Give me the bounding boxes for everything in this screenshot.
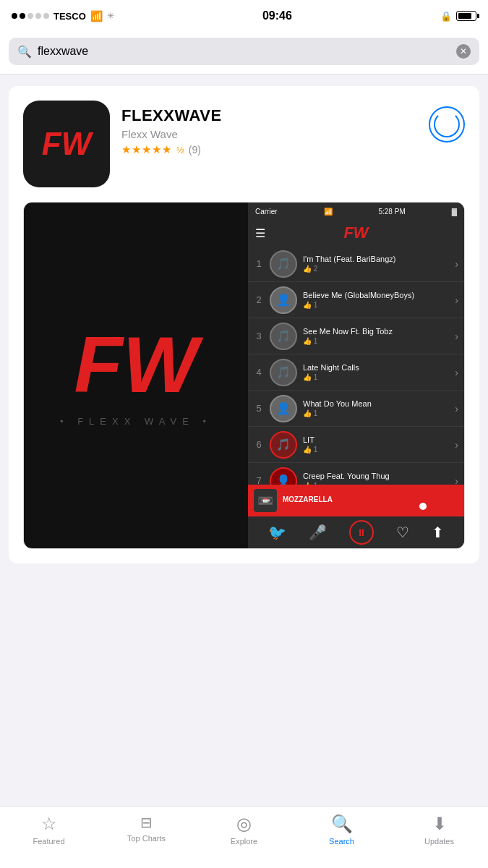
song-item-7[interactable]: 7 👤 Creep Feat. Young Thug 👍 1 › [248, 463, 464, 485]
carrier-label: TESCO [53, 11, 86, 22]
main-content: FW FLEXXWAVE Flexx Wave ★★★★★ ½ (9) FW •… [9, 86, 479, 563]
nav-item-explore[interactable]: ◎ Explore [195, 814, 293, 846]
song-thumb: 👤 [270, 395, 297, 422]
search-input[interactable]: flexxwave [38, 45, 450, 58]
fw-logo-big: FW [74, 325, 197, 404]
nav-label-featured: Featured [33, 837, 64, 846]
nav-item-top-charts[interactable]: ⊟ Top Charts [98, 814, 195, 843]
app-rating: ★★★★★ ½ (9) [121, 143, 417, 156]
wifi-icon: 📶 [90, 10, 103, 22]
nav-item-updates[interactable]: ⬇ Updates [390, 814, 488, 846]
now-playing-info: MOZZARELLA [283, 495, 458, 506]
search-nav-icon: 🔍 [331, 814, 353, 834]
app-screen-time: 5:28 PM [378, 208, 405, 216]
app-icon: FW [23, 101, 110, 187]
rating-count: (9) [189, 144, 201, 156]
song-thumb: 🎵 [270, 359, 297, 386]
favorite-button[interactable]: ♡ [396, 524, 409, 541]
app-screen-wifi: 📶 [324, 208, 333, 216]
now-playing-bar[interactable]: 📼 MOZZARELLA [248, 485, 464, 516]
twitter-share-button[interactable]: 🐦 [268, 524, 286, 541]
explore-icon: ◎ [236, 814, 252, 834]
song-details: What Do You Mean 👍 1 [303, 399, 449, 417]
song-details: I'm That (Feat. BariBangz) 👍 2 [303, 255, 449, 273]
song-thumb: 👤 [270, 467, 297, 485]
search-clear-button[interactable]: ✕ [456, 44, 471, 59]
status-bar: TESCO 📶 ✳ 09:46 🔒 [0, 0, 488, 32]
featured-icon: ☆ [41, 814, 57, 834]
screenshot-container: FW • FLEXX WAVE • Carrier 📶 5:28 PM ▓ ☰ … [23, 202, 465, 549]
song-title: I'm That (Feat. BariBangz) [303, 255, 449, 263]
signal-dot-1 [12, 13, 17, 19]
signal-extra-icon: ✳ [107, 11, 114, 21]
nav-label-top-charts: Top Charts [127, 834, 166, 843]
song-details: Creep Feat. Young Thug 👍 1 [303, 472, 449, 485]
song-item-2[interactable]: 2 👤 Believe Me (GlobalMoneyBoys) 👍 1 › [248, 282, 464, 318]
nav-item-search[interactable]: 🔍 Search [293, 814, 390, 846]
nav-item-featured[interactable]: ☆ Featured [0, 814, 98, 846]
song-details: Believe Me (GlobalMoneyBoys) 👍 1 [303, 291, 449, 309]
status-left: TESCO 📶 ✳ [12, 10, 114, 22]
updates-icon: ⬇ [432, 814, 447, 834]
song-arrow-icon: › [455, 258, 458, 270]
fw-logo-subtitle: • FLEXX WAVE • [60, 416, 212, 427]
screenshot-left: FW • FLEXX WAVE • [24, 203, 248, 548]
song-item-6[interactable]: 6 🎵 LIT 👍 1 › [248, 427, 464, 463]
song-number: 3 [254, 331, 264, 341]
song-thumb: 🎵 [270, 323, 297, 350]
controls-bar: 🐦 🎤 ⏸ ♡ ⬆ [248, 516, 464, 548]
nav-label-search: Search [329, 837, 354, 846]
song-details: LIT 👍 1 [303, 435, 449, 454]
search-container: 🔍 flexxwave ✕ [0, 32, 488, 75]
now-playing-title: MOZZARELLA [283, 495, 458, 503]
progress-dot [419, 503, 427, 510]
app-screen-statusbar: Carrier 📶 5:28 PM ▓ [248, 203, 464, 220]
search-bar[interactable]: 🔍 flexxwave ✕ [9, 38, 479, 65]
song-title: Creep Feat. Young Thug [303, 472, 449, 480]
clock: 09:46 [262, 9, 292, 22]
status-right: 🔒 [440, 11, 476, 22]
song-title: Late Night Calls [303, 363, 449, 372]
pause-button[interactable]: ⏸ [349, 520, 374, 545]
top-charts-icon: ⊟ [140, 814, 153, 831]
song-likes: 👍 1 [303, 373, 449, 381]
signal-dot-3 [27, 13, 33, 19]
app-screen-header: ☰ FW [248, 220, 464, 246]
song-item-5[interactable]: 5 👤 What Do You Mean 👍 1 › [248, 391, 464, 427]
song-number: 4 [254, 367, 264, 378]
song-item-3[interactable]: 3 🎵 See Me Now Ft. Big Tobz 👍 1 › [248, 318, 464, 354]
song-thumb: 👤 [270, 286, 297, 314]
half-star-icon: ½ [176, 145, 184, 156]
song-likes: 👍 2 [303, 265, 449, 273]
song-item-1[interactable]: 1 🎵 I'm That (Feat. BariBangz) 👍 2 › [248, 246, 464, 282]
app-info: FLEXXWAVE Flexx Wave ★★★★★ ½ (9) [121, 101, 417, 156]
mic-button[interactable]: 🎤 [309, 524, 327, 541]
stars-icon: ★★★★★ [121, 143, 172, 156]
app-screen-carrier: Carrier [255, 208, 278, 216]
download-button[interactable] [429, 106, 465, 142]
song-number: 5 [254, 403, 264, 414]
song-details: Late Night Calls 👍 1 [303, 363, 449, 381]
song-likes: 👍 1 [303, 337, 449, 345]
battery [456, 11, 476, 21]
song-number: 7 [254, 475, 264, 485]
song-details: See Me Now Ft. Big Tobz 👍 1 [303, 327, 449, 345]
song-list: 1 🎵 I'm That (Feat. BariBangz) 👍 2 › 2 👤… [248, 246, 464, 485]
song-number: 1 [254, 258, 264, 269]
song-title: What Do You Mean [303, 399, 449, 408]
hamburger-icon[interactable]: ☰ [255, 226, 265, 240]
song-title: LIT [303, 435, 449, 444]
song-title: Believe Me (GlobalMoneyBoys) [303, 291, 449, 299]
song-thumb: 🎵 [270, 250, 297, 278]
app-subtitle: Flexx Wave [121, 128, 417, 140]
signal-dots [12, 13, 49, 19]
signal-dot-5 [43, 13, 49, 19]
signal-dot-2 [20, 13, 25, 19]
bottom-nav: ☆ Featured ⊟ Top Charts ◎ Explore 🔍 Sear… [0, 806, 488, 868]
share-button[interactable]: ⬆ [432, 524, 444, 541]
song-item-4[interactable]: 4 🎵 Late Night Calls 👍 1 › [248, 354, 464, 391]
song-likes: 👍 1 [303, 446, 449, 454]
app-icon-label: FW [42, 126, 91, 162]
app-header-fw-logo: FW [343, 224, 368, 242]
screenshot-right: Carrier 📶 5:28 PM ▓ ☰ FW 1 🎵 I'm That (F… [248, 203, 464, 548]
